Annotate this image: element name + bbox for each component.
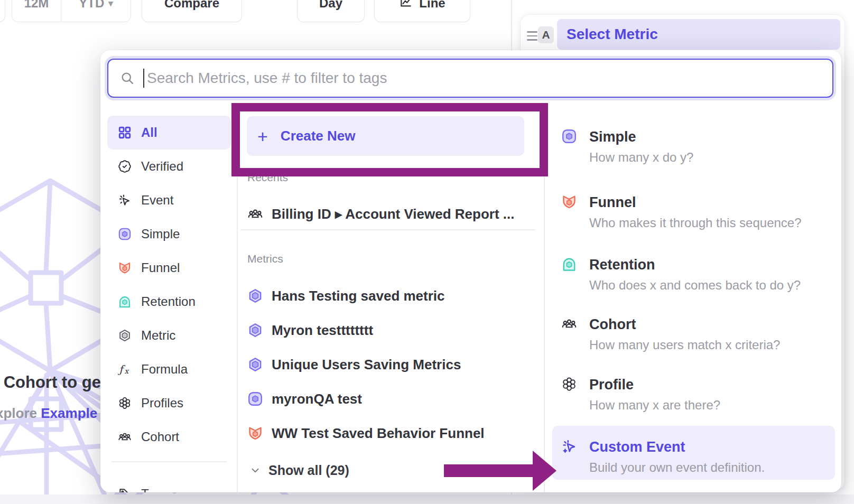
- category-label: Profiles: [141, 396, 183, 410]
- category-filter-list: All Verified Event: [107, 116, 231, 492]
- category-tags-partial[interactable]: T: [107, 477, 231, 493]
- retention-icon: [118, 295, 132, 309]
- category-label: Formula: [141, 362, 188, 377]
- drag-handle-icon[interactable]: [527, 31, 537, 43]
- metrics-section-title: Metrics: [247, 253, 283, 265]
- metric-item-label: Myron testttttttt: [272, 322, 373, 339]
- date-range-12m-button[interactable]: 12M: [12, 0, 61, 22]
- simple-metric-icon: [118, 227, 132, 241]
- custom-event-icon: [561, 438, 577, 454]
- simple-metric-icon: [247, 391, 263, 407]
- formula-icon: ƒ x: [118, 362, 132, 376]
- sidebar-divider: [112, 461, 227, 462]
- type-title: Custom Event: [589, 439, 685, 455]
- type-row-funnel[interactable]: Funnel Who makes it through this sequenc…: [544, 189, 841, 251]
- chart-type-label: Line: [419, 0, 445, 11]
- simple-metric-icon: [561, 128, 577, 144]
- metric-item-label: Unique Users Saving Metrics: [272, 357, 461, 373]
- type-title: Retention: [589, 257, 655, 273]
- date-range-control: 12M YTD ▾: [12, 0, 131, 22]
- recent-item[interactable]: Billing ID ▸ Account Viewed Report ...: [247, 202, 543, 226]
- search-icon: [120, 71, 135, 86]
- category-label: Funnel: [141, 260, 180, 275]
- empty-state-explore-line: xplore Example R: [0, 405, 101, 422]
- funnel-icon: [561, 194, 577, 210]
- metric-list-item[interactable]: Hans Testing saved metric: [247, 282, 543, 310]
- metric-hexagon-icon: [118, 329, 132, 342]
- recent-item-label: Billing ID ▸ Account Viewed Report ...: [272, 206, 514, 222]
- metric-list-item[interactable]: WW Test Saved Behavior Funnel: [247, 419, 543, 447]
- select-metric-button[interactable]: Select Metric: [557, 19, 840, 50]
- category-label: Simple: [141, 227, 180, 241]
- type-description: How many x do y?: [589, 150, 693, 165]
- event-cursor-icon: [118, 193, 132, 207]
- chart-type-button[interactable]: Line: [374, 0, 470, 22]
- type-description: Who makes it through this sequence?: [589, 216, 802, 230]
- date-range-ytd-label: YTD: [79, 0, 104, 11]
- category-simple[interactable]: Simple: [107, 217, 231, 251]
- category-metric[interactable]: Metric: [107, 319, 231, 352]
- granularity-button[interactable]: Day: [297, 0, 365, 22]
- empty-state-headline-fragment: r Cohort to ge: [0, 373, 101, 392]
- type-title: Cohort: [589, 316, 636, 333]
- category-retention[interactable]: Retention: [107, 285, 231, 319]
- date-range-ytd-button[interactable]: YTD ▾: [61, 0, 131, 22]
- hexagon-metric-icon: [247, 288, 263, 304]
- metric-item-label: Hans Testing saved metric: [272, 288, 445, 304]
- type-description: Who does x and comes back to do y?: [589, 278, 801, 293]
- retention-icon: [561, 256, 577, 272]
- svg-text:x: x: [124, 367, 129, 375]
- explore-prefix: xplore: [0, 405, 41, 421]
- category-label: T: [141, 487, 149, 493]
- cohort-people-icon: [561, 316, 577, 332]
- type-row-retention[interactable]: Retention Who does x and comes back to d…: [544, 251, 841, 314]
- profiles-icon: [118, 396, 132, 410]
- metric-search[interactable]: [107, 59, 833, 98]
- category-label: Metric: [141, 328, 175, 343]
- category-profiles[interactable]: Profiles: [107, 386, 231, 420]
- type-row-profile[interactable]: Profile How many x are there?: [544, 371, 841, 434]
- show-all-button[interactable]: Show all (29): [249, 460, 349, 481]
- metric-list-item[interactable]: myronQA test: [247, 385, 543, 413]
- compare-button[interactable]: Compare: [142, 0, 242, 22]
- type-row-simple[interactable]: Simple How many x do y?: [544, 124, 841, 186]
- category-label: Retention: [141, 294, 196, 309]
- category-label: All: [141, 125, 157, 140]
- grid-icon: [118, 126, 132, 139]
- category-label: Event: [141, 193, 173, 208]
- example-reports-link[interactable]: Example R: [41, 405, 101, 421]
- category-label: Cohort: [141, 430, 179, 444]
- category-label: Verified: [141, 159, 183, 174]
- show-all-label: Show all (29): [268, 463, 349, 478]
- type-title: Profile: [589, 377, 634, 393]
- category-formula[interactable]: ƒ x Formula: [107, 352, 231, 386]
- hexagon-metric-icon: [247, 357, 263, 372]
- funnel-icon: [247, 425, 263, 441]
- annotation-highlight-box: [231, 103, 548, 176]
- metric-item-label: myronQA test: [272, 391, 362, 407]
- chevron-down-icon: ▾: [108, 0, 113, 9]
- footer-band: [0, 494, 854, 504]
- chevron-down-icon: [249, 464, 261, 476]
- type-row-cohort[interactable]: Cohort How many users match x criteria?: [544, 311, 841, 374]
- category-funnel[interactable]: Funnel: [107, 251, 231, 285]
- metric-list-item[interactable]: Myron testttttttt: [247, 316, 543, 344]
- clipped-left-button[interactable]: [0, 0, 5, 22]
- category-event[interactable]: Event: [107, 183, 231, 217]
- category-cohort[interactable]: Cohort: [107, 420, 231, 454]
- line-chart-icon: [399, 0, 413, 10]
- tag-icon: [118, 487, 132, 493]
- category-verified[interactable]: Verified: [107, 150, 231, 183]
- type-title: Simple: [589, 129, 636, 145]
- profiles-icon: [561, 376, 577, 392]
- type-row-custom-event[interactable]: Custom Event Build your own event defini…: [544, 434, 841, 492]
- verified-badge-icon: [118, 160, 132, 173]
- search-input[interactable]: [146, 69, 821, 87]
- cohort-people-icon: [247, 206, 263, 222]
- hexagon-metric-icon: [247, 322, 263, 338]
- type-description: Build your own event definition.: [589, 460, 765, 475]
- type-description: How many users match x criteria?: [589, 338, 780, 352]
- metric-list-item[interactable]: Unique Users Saving Metrics: [247, 351, 543, 378]
- type-description: How many x are there?: [589, 398, 720, 413]
- category-all[interactable]: All: [107, 116, 231, 150]
